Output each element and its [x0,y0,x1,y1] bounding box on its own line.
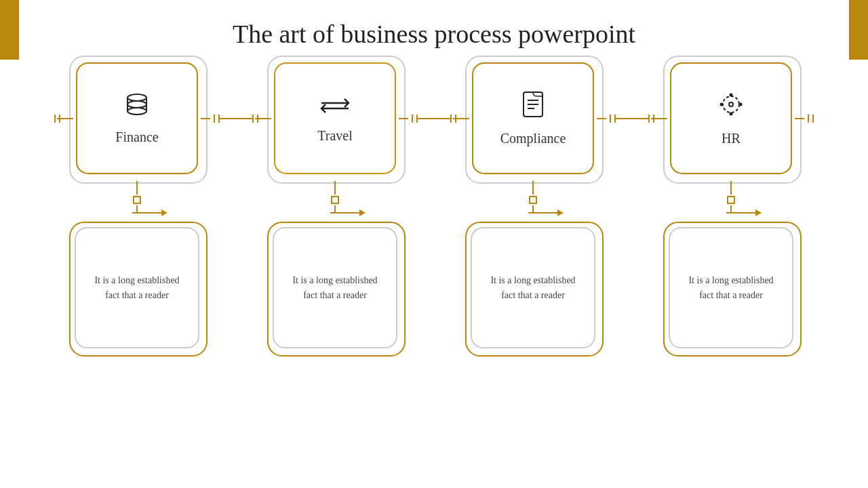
svg-point-14 [729,102,733,106]
right-tick-hr [795,115,814,123]
svg-point-15 [730,93,733,96]
connector-3-4 [614,118,650,119]
bottom-box-finance: It is a long established fact that a rea… [75,227,199,348]
compliance-description: It is a long established fact that a rea… [486,273,580,302]
arrow-line-hr [726,212,757,214]
svg-point-17 [720,102,724,106]
v-connector-hr [706,181,757,222]
top-box-outer-travel: Travel [267,56,403,181]
process-column-compliance: Compliance [452,56,614,354]
v-square-hr [727,196,735,204]
left-tick-hr [648,115,667,123]
svg-point-13 [723,96,739,113]
page-title: The art of business process powerpoint [0,0,868,56]
top-box-hr: HR [670,62,792,174]
v-line-top-travel [334,181,336,195]
v-line-bottom-compliance [532,205,534,212]
v-connector-compliance [508,181,559,222]
finance-label: Finance [115,129,158,145]
process-columns-wrapper: Finance [0,56,868,354]
top-box-outer-compliance: Compliance [465,56,601,181]
top-box-outer-hr: HR [663,56,799,181]
finance-icon [123,92,151,123]
hr-label: HR [722,131,741,146]
arrow-compliance [528,212,559,214]
right-tick-finance [201,115,220,123]
left-tick-compliance [450,115,469,123]
svg-point-16 [730,112,733,115]
v-connector-travel [310,181,361,222]
arrow-head-compliance [557,209,564,216]
v-square-compliance [529,196,537,204]
arrow-hr [726,212,757,214]
arrow-line-finance [132,212,163,214]
svg-point-18 [739,102,743,106]
v-square-finance [133,196,141,204]
process-column-finance: Finance [56,56,218,354]
travel-description: It is a long established fact that a rea… [288,273,382,302]
svg-point-0 [127,94,146,101]
top-box-travel: Travel [274,62,396,174]
v-line-top-hr [730,181,732,195]
v-line-bottom-finance [136,205,138,212]
top-box-compliance: Compliance [472,62,594,174]
bottom-box-hr: It is a long established fact that a rea… [669,227,793,348]
v-line-bottom-travel [334,205,336,212]
compliance-label: Compliance [500,131,566,146]
corner-decoration-right [849,0,868,60]
process-column-travel: Travel [254,56,416,354]
v-line-top-compliance [532,181,534,195]
bottom-box-outer-compliance: It is a long established fact that a rea… [465,222,601,354]
v-connector-finance [112,181,163,222]
arrow-line-travel [330,212,361,214]
v-line-bottom-hr [730,205,732,212]
right-tick-travel [399,115,418,123]
corner-decoration-left [0,0,19,60]
finance-description: It is a long established fact that a rea… [90,273,184,302]
arrow-line-compliance [528,212,559,214]
hr-icon [717,91,745,124]
travel-icon [320,93,350,121]
connector-2-3 [416,118,452,119]
bottom-box-travel: It is a long established fact that a rea… [273,227,397,348]
arrow-head-travel [359,209,366,216]
arrow-travel [330,212,361,214]
left-tick-travel [252,115,271,123]
bottom-box-outer-finance: It is a long established fact that a rea… [69,222,205,354]
top-box-outer-finance: Finance [69,56,205,181]
compliance-icon [522,91,544,124]
bottom-box-outer-travel: It is a long established fact that a rea… [267,222,403,354]
v-square-travel [331,196,339,204]
arrow-head-hr [755,209,762,216]
v-line-top-finance [136,181,138,195]
bottom-box-outer-hr: It is a long established fact that a rea… [663,222,799,354]
connector-1-2 [218,118,254,119]
left-tick-finance [54,115,73,123]
right-tick-compliance [597,115,616,123]
top-box-finance: Finance [76,62,198,174]
arrow-head-finance [161,209,167,216]
travel-label: Travel [317,128,352,144]
svg-point-1 [127,101,146,108]
bottom-box-compliance: It is a long established fact that a rea… [471,227,595,348]
svg-point-4 [127,108,146,115]
process-column-hr: HR [650,56,812,354]
arrow-finance [132,212,163,214]
hr-description: It is a long established fact that a rea… [684,273,778,302]
